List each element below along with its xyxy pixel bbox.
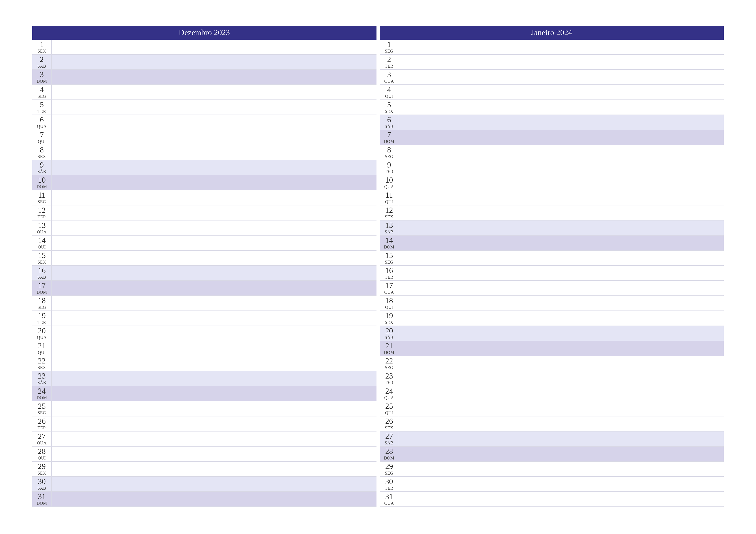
day-note-space [52, 160, 376, 175]
day-row: 7DOM [380, 130, 724, 145]
day-cell: 24DOM [32, 386, 52, 401]
day-weekday-abbr: QUI [385, 199, 393, 204]
day-row: 22SEG [380, 356, 724, 371]
day-weekday-abbr: QUA [384, 184, 394, 189]
day-number: 5 [40, 101, 44, 109]
day-weekday-abbr: DOM [384, 139, 394, 144]
day-number: 3 [40, 71, 44, 78]
day-row: 16SÁB [32, 266, 376, 281]
month-column-right: Janeiro 2024 1SEG2TER3QUA4QUI5SEX6SÁB7DO… [380, 26, 724, 507]
days-container-left: 1SEX2SÁB3DOM4SEG5TER6QUA7QUI8SEX9SÁB10DO… [32, 39, 376, 507]
day-weekday-abbr: TER [385, 169, 393, 174]
day-weekday-abbr: TER [385, 64, 393, 69]
day-number: 15 [385, 251, 393, 259]
day-weekday-abbr: SEX [38, 365, 46, 370]
day-weekday-abbr: DOM [384, 350, 394, 355]
day-note-space [399, 39, 724, 54]
day-weekday-abbr: QUA [37, 335, 47, 340]
day-weekday-abbr: SÁB [38, 64, 46, 69]
day-note-space [52, 175, 376, 190]
day-note-space [399, 296, 724, 311]
day-note-space [52, 266, 376, 280]
day-cell: 15SEG [380, 251, 399, 265]
day-number: 25 [385, 402, 393, 410]
day-cell: 8SEG [380, 145, 399, 160]
day-note-space [399, 492, 724, 506]
day-row: 9SÁB [32, 160, 376, 175]
day-number: 31 [38, 493, 46, 500]
day-cell: 16TER [380, 266, 399, 280]
day-note-space [399, 175, 724, 190]
day-cell: 29SEX [32, 462, 52, 476]
day-weekday-abbr: TER [385, 486, 393, 491]
day-number: 11 [38, 191, 46, 199]
day-row: 23TER [380, 371, 724, 386]
day-cell: 1SEX [32, 39, 52, 54]
day-cell: 23SÁB [32, 371, 52, 386]
day-number: 3 [387, 71, 391, 78]
day-number: 9 [40, 161, 44, 169]
day-weekday-abbr: QUI [385, 305, 393, 310]
day-cell: 19TER [32, 311, 52, 326]
day-note-space [52, 191, 376, 205]
day-weekday-abbr: SEG [385, 471, 393, 476]
day-row: 29SEG [380, 462, 724, 477]
day-number: 13 [38, 221, 46, 229]
day-number: 6 [40, 116, 44, 124]
day-cell: 4SEG [32, 85, 52, 99]
day-row: 4SEG [32, 85, 376, 100]
day-cell: 26SEX [380, 417, 399, 431]
day-note-space [52, 401, 376, 416]
day-cell: 21DOM [380, 341, 399, 356]
day-weekday-abbr: SÁB [38, 169, 46, 174]
day-row: 2TER [380, 55, 724, 70]
day-number: 18 [385, 297, 393, 304]
day-note-space [399, 311, 724, 326]
day-row: 20QUA [32, 326, 376, 341]
day-number: 29 [38, 463, 46, 470]
day-weekday-abbr: SEG [385, 154, 393, 159]
day-weekday-abbr: SEG [38, 410, 46, 415]
day-cell: 3QUA [380, 70, 399, 85]
day-note-space [399, 220, 724, 235]
day-cell: 5TER [32, 100, 52, 114]
day-number: 10 [38, 176, 46, 184]
day-note-space [399, 417, 724, 431]
day-row: 21DOM [380, 341, 724, 356]
day-cell: 12TER [32, 205, 52, 220]
day-weekday-abbr: SEG [38, 94, 46, 99]
day-weekday-abbr: DOM [37, 501, 47, 506]
day-number: 17 [38, 282, 46, 290]
day-number: 30 [385, 478, 393, 485]
day-note-space [52, 130, 376, 145]
day-weekday-abbr: DOM [37, 184, 47, 189]
day-weekday-abbr: SÁB [385, 230, 393, 235]
day-cell: 1SEG [380, 39, 399, 54]
day-cell: 27SÁB [380, 431, 399, 446]
day-number: 2 [40, 56, 44, 63]
day-cell: 26TER [32, 417, 52, 431]
day-weekday-abbr: SEX [38, 471, 46, 476]
day-row: 15SEG [380, 251, 724, 266]
day-cell: 13SÁB [380, 220, 399, 235]
day-cell: 9SÁB [32, 160, 52, 175]
day-note-space [52, 55, 376, 69]
month-column-left: Dezembro 2023 1SEX2SÁB3DOM4SEG5TER6QUA7Q… [32, 26, 376, 507]
day-note-space [399, 356, 724, 371]
day-note-space [52, 477, 376, 491]
day-weekday-abbr: QUI [38, 456, 46, 461]
day-row: 27SÁB [380, 431, 724, 446]
day-cell: 6SÁB [380, 115, 399, 130]
day-number: 12 [38, 206, 46, 214]
day-cell: 22SEX [32, 356, 52, 371]
day-note-space [52, 492, 376, 506]
day-row: 26TER [32, 417, 376, 431]
day-cell: 2SÁB [32, 55, 52, 69]
day-number: 1 [40, 40, 44, 48]
day-number: 20 [385, 327, 393, 335]
day-row: 25QUI [380, 401, 724, 417]
day-note-space [52, 446, 376, 461]
day-weekday-abbr: QUI [385, 94, 393, 99]
day-number: 24 [38, 387, 46, 395]
day-row: 10DOM [32, 175, 376, 191]
